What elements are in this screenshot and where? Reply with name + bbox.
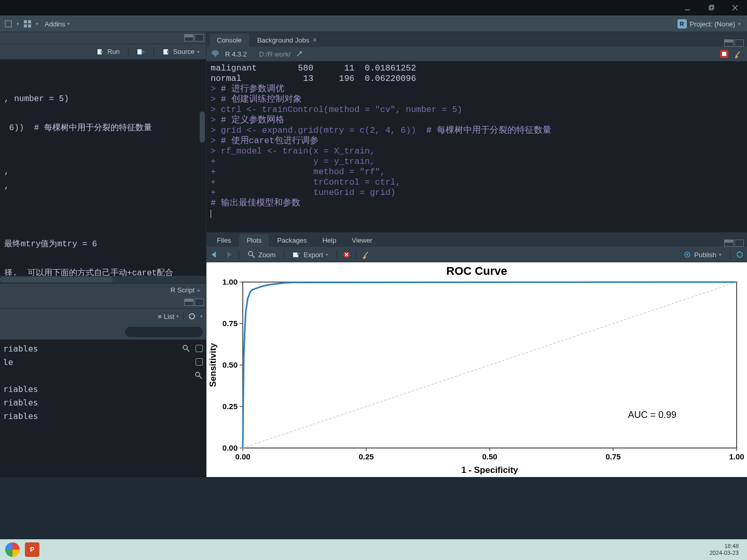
svg-rect-37 — [243, 282, 737, 448]
env-search-input[interactable] — [125, 327, 203, 337]
sheet-icon[interactable] — [196, 345, 203, 352]
rerun-button[interactable] — [134, 47, 148, 57]
pane-maximize[interactable] — [195, 34, 204, 41]
zoom-button[interactable]: Zoom — [244, 249, 279, 260]
chevron-down-icon: ▾ — [326, 252, 328, 257]
list-item: riables — [3, 409, 203, 423]
close-icon[interactable]: ✕ — [312, 37, 317, 44]
svg-rect-2 — [710, 5, 714, 9]
plots-tabs: Files Plots Packages Help Viewer — [206, 232, 747, 247]
pane-minimize[interactable] — [724, 39, 734, 47]
clear-plots-button[interactable] — [362, 250, 371, 259]
svg-text:0.75: 0.75 — [223, 319, 238, 328]
code-editor[interactable]: , number = 5) 6)) # 每棵树中用于分裂的特征数量 , , 最终… — [0, 60, 206, 276]
svg-text:1.00: 1.00 — [223, 277, 238, 286]
svg-point-21 — [212, 50, 219, 55]
taskbar-app-chrome[interactable] — [5, 542, 20, 557]
svg-rect-5 — [5, 21, 11, 27]
run-button[interactable]: Run — [93, 47, 123, 57]
app-window: ▾ ▾ Addins ▾ R Project: (None) ▾ — [0, 0, 747, 560]
taskbar-clock[interactable]: 18:48 2024-03-23 — [710, 543, 742, 556]
toolbar-dropdown-2[interactable]: ▾ — [36, 21, 38, 26]
svg-line-20 — [199, 376, 202, 379]
project-label: Project: (None) — [690, 20, 735, 28]
editor-hscroll[interactable] — [0, 276, 206, 283]
list-view-button[interactable]: ≡ List ▾ — [158, 313, 179, 320]
titlebar — [0, 0, 747, 16]
addins-label: Addins — [45, 20, 65, 28]
run-icon — [96, 48, 105, 56]
rerun-icon — [137, 48, 145, 56]
plot-next-button[interactable] — [224, 250, 233, 259]
r-logo-icon: R — [677, 19, 687, 29]
stop-button[interactable] — [720, 50, 728, 58]
refresh-button[interactable] — [188, 312, 196, 320]
pane-minimize[interactable] — [184, 299, 193, 306]
chevron-down-icon: ▾ — [719, 252, 722, 257]
popout-icon[interactable] — [296, 50, 303, 58]
tab-console[interactable]: Console — [210, 34, 249, 47]
source-toolbar: Run Source ▾ — [0, 44, 206, 60]
source-button[interactable]: Source ▾ — [159, 47, 203, 57]
console-output[interactable]: malignant 580 11 0.01861252normal 13 196… — [206, 61, 747, 232]
svg-marker-11 — [101, 50, 104, 53]
svg-text:Sensitivity: Sensitivity — [208, 343, 218, 387]
svg-rect-12 — [137, 49, 142, 54]
refresh-plot-button[interactable] — [736, 250, 744, 259]
source-icon — [162, 48, 171, 56]
export-icon — [293, 250, 301, 259]
list-item: riables — [3, 342, 203, 355]
pane-minimize[interactable] — [724, 240, 734, 247]
svg-text:0.00: 0.00 — [235, 452, 250, 461]
tab-help[interactable]: Help — [315, 234, 343, 247]
pane-maximize[interactable] — [735, 240, 744, 247]
svg-rect-9 — [28, 24, 31, 27]
tab-packages[interactable]: Packages — [270, 234, 314, 247]
svg-marker-23 — [212, 251, 216, 258]
addins-menu[interactable]: Addins ▾ — [42, 19, 73, 29]
pane-maximize[interactable] — [195, 299, 204, 306]
window-restore[interactable] — [699, 0, 723, 16]
plot-prev-button[interactable] — [210, 250, 219, 259]
svg-point-25 — [248, 251, 253, 256]
list-item: riables — [3, 396, 203, 409]
svg-marker-13 — [142, 50, 145, 53]
clear-console-button[interactable] — [734, 49, 743, 59]
chevron-down-icon[interactable]: ▾ — [200, 314, 203, 319]
window-minimize[interactable] — [675, 0, 699, 16]
tab-background-jobs[interactable]: Background Jobs✕ — [250, 34, 324, 47]
source-label: Source — [173, 48, 195, 55]
environment-pane: ≡ List ▾ ▾ riables le riables riabl — [0, 297, 206, 477]
grid-icon[interactable] — [22, 19, 33, 29]
pane-minimize[interactable] — [184, 34, 193, 41]
svg-line-18 — [187, 349, 189, 352]
svg-text:0.50: 0.50 — [482, 452, 497, 461]
pane-maximize[interactable] — [735, 39, 744, 47]
toolbar-dropdown-1[interactable]: ▾ — [17, 21, 19, 26]
taskbar-app-powerpoint[interactable]: P — [25, 542, 39, 557]
chevron-down-icon: ▾ — [176, 314, 179, 319]
export-button[interactable]: Export ▾ — [289, 249, 331, 260]
window-close[interactable] — [723, 0, 747, 16]
clock-date: 2024-03-23 — [710, 550, 739, 556]
env-list[interactable]: riables le riables riables riables — [0, 340, 206, 477]
list-item — [3, 369, 203, 382]
source-lang: R Script — [171, 286, 195, 294]
project-menu[interactable]: R Project: (None) ▾ — [674, 18, 744, 30]
sheet-icon[interactable] — [196, 358, 203, 366]
toolbar-icon-1[interactable] — [3, 19, 13, 29]
svg-text:0.00: 0.00 — [223, 443, 238, 452]
remove-plot-button[interactable] — [342, 250, 351, 259]
svg-line-32 — [364, 252, 368, 257]
svg-text:0.75: 0.75 — [605, 452, 620, 461]
editor-vscroll[interactable] — [199, 60, 206, 276]
list-item: riables — [3, 382, 203, 396]
chevron-down-icon: ▾ — [197, 49, 200, 54]
svg-rect-8 — [24, 24, 27, 27]
publish-button[interactable]: Publish ▾ — [680, 249, 725, 260]
source-statusbar: R Script ≑ — [0, 283, 206, 297]
tab-files[interactable]: Files — [210, 234, 238, 247]
tab-viewer[interactable]: Viewer — [344, 234, 380, 247]
tab-plots[interactable]: Plots — [239, 234, 269, 247]
svg-text:1.00: 1.00 — [729, 452, 744, 461]
